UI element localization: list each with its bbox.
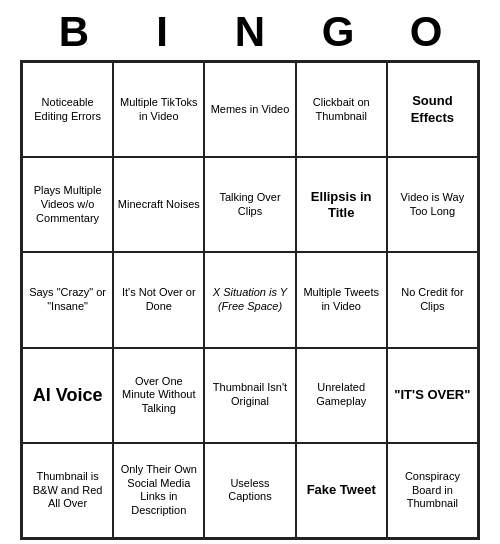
cell-14[interactable]: No Credit for Clips: [387, 252, 478, 347]
cell-21[interactable]: Only Their Own Social Media Links in Des…: [113, 443, 204, 538]
cell-20[interactable]: Thumbnail is B&W and Red All Over: [22, 443, 113, 538]
bingo-title: BINGO: [20, 0, 480, 60]
bingo-letter-b: B: [30, 8, 118, 56]
cell-19[interactable]: "IT'S OVER": [387, 348, 478, 443]
cell-12[interactable]: X Situation is Y (Free Space): [204, 252, 295, 347]
bingo-letter-i: I: [118, 8, 206, 56]
cell-23[interactable]: Fake Tweet: [296, 443, 387, 538]
bingo-letter-o: O: [382, 8, 470, 56]
cell-3[interactable]: Clickbait on Thumbnail: [296, 62, 387, 157]
cell-10[interactable]: Says "Crazy" or "Insane": [22, 252, 113, 347]
cell-22[interactable]: Useless Captions: [204, 443, 295, 538]
cell-4[interactable]: Sound Effects: [387, 62, 478, 157]
cell-17[interactable]: Thumbnail Isn't Original: [204, 348, 295, 443]
cell-8[interactable]: Ellipsis in Title: [296, 157, 387, 252]
cell-2[interactable]: Memes in Video: [204, 62, 295, 157]
cell-1[interactable]: Multiple TikToks in Video: [113, 62, 204, 157]
bingo-grid: Noticeable Editing ErrorsMultiple TikTok…: [20, 60, 480, 540]
cell-18[interactable]: Unrelated Gameplay: [296, 348, 387, 443]
bingo-letter-g: G: [294, 8, 382, 56]
bingo-letter-n: N: [206, 8, 294, 56]
cell-0[interactable]: Noticeable Editing Errors: [22, 62, 113, 157]
cell-15[interactable]: AI Voice: [22, 348, 113, 443]
cell-13[interactable]: Multiple Tweets in Video: [296, 252, 387, 347]
cell-24[interactable]: Conspiracy Board in Thumbnail: [387, 443, 478, 538]
cell-11[interactable]: It's Not Over or Done: [113, 252, 204, 347]
cell-9[interactable]: Video is Way Too Long: [387, 157, 478, 252]
cell-6[interactable]: Minecraft Noises: [113, 157, 204, 252]
cell-7[interactable]: Talking Over Clips: [204, 157, 295, 252]
cell-16[interactable]: Over One Minute Without Talking: [113, 348, 204, 443]
cell-5[interactable]: Plays Multiple Videos w/o Commentary: [22, 157, 113, 252]
